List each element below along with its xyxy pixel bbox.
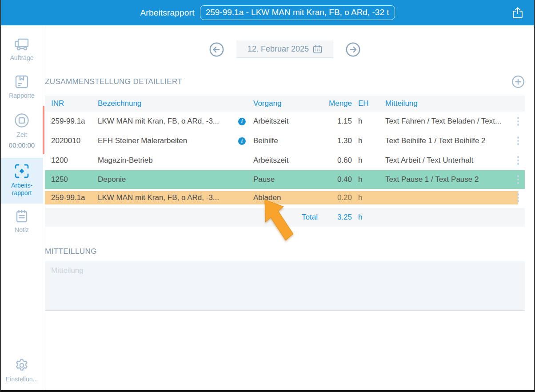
table-row[interactable]: 2020010 EFH Steiner Malerarbeiten i Beih… bbox=[45, 131, 525, 151]
column-header-mitteilung: Mitteilung bbox=[371, 99, 511, 108]
vertical-dots-icon bbox=[517, 117, 519, 126]
row-eh: h bbox=[352, 193, 371, 202]
sidebar-item-rapporte[interactable]: Rapporte bbox=[1, 70, 43, 104]
row-menu-button[interactable] bbox=[511, 136, 525, 145]
row-menu-button[interactable] bbox=[511, 117, 525, 126]
column-header-vorgang: Vorgang bbox=[250, 99, 323, 108]
sidebar-item-label: Zeit bbox=[16, 131, 27, 139]
row-mitteilung: Text Fahren / Text Beladen / Text... bbox=[371, 117, 511, 126]
app-frame: Arbeitsrapport 259-99.1a - LKW MAN mit K… bbox=[0, 0, 535, 392]
row-mitteilung: Text Pause 1 / Text Pause 2 bbox=[371, 175, 511, 184]
sidebar-item-label: Einstellun... bbox=[6, 376, 38, 384]
gear-icon bbox=[14, 358, 29, 373]
date-picker-field[interactable]: 12. Februar 2025 bbox=[236, 40, 333, 58]
share-button[interactable] bbox=[510, 5, 525, 20]
sidebar: Aufträge Rapporte Zeit 00:00:00 bbox=[1, 25, 43, 390]
row-menge: 0.20 bbox=[323, 193, 352, 202]
total-label: Total bbox=[250, 213, 323, 222]
column-header-inr: INR bbox=[45, 99, 92, 108]
row-menu-button[interactable] bbox=[511, 193, 525, 202]
timer-value: 00:00:00 bbox=[9, 141, 35, 149]
sidebar-item-notiz[interactable]: Notiz bbox=[1, 204, 43, 239]
table-row[interactable]: 259-99.1a LKW MAN mit Kran, FB, o ARd, -… bbox=[45, 112, 525, 131]
info-icon[interactable]: i bbox=[238, 118, 246, 125]
top-bar: Arbeitsrapport 259-99.1a - LKW MAN mit K… bbox=[1, 0, 534, 25]
date-navigation: 12. Februar 2025 bbox=[45, 40, 525, 58]
row-eh: h bbox=[352, 136, 371, 145]
sidebar-item-label: Arbeits-rapport bbox=[6, 182, 37, 197]
sidebar-item-label: Aufträge bbox=[10, 54, 34, 62]
vertical-dots-icon bbox=[517, 156, 519, 165]
order-selector-chip[interactable]: 259-99.1a - LKW MAN mit Kran, FB, o ARd,… bbox=[200, 5, 395, 20]
column-header-menge: Menge bbox=[323, 99, 352, 108]
row-vorgang: Pause bbox=[250, 175, 323, 184]
main-area: Aufträge Rapporte Zeit 00:00:00 bbox=[1, 25, 534, 390]
sidebar-item-label: Rapporte bbox=[9, 92, 35, 100]
share-export-icon bbox=[512, 7, 523, 19]
page-title: Arbeitsrapport bbox=[140, 8, 194, 18]
row-menge: 0.60 bbox=[323, 156, 352, 165]
row-inr: 2020010 bbox=[45, 136, 92, 145]
message-section-title: MITTEILLUNG bbox=[45, 247, 525, 256]
row-menge: 1.15 bbox=[323, 117, 352, 126]
calendar-icon bbox=[313, 44, 322, 54]
row-bezeichnung: Deponie bbox=[92, 175, 238, 184]
vertical-dots-icon bbox=[517, 136, 519, 145]
row-bezeichnung: EFH Steiner Malerarbeiten bbox=[92, 136, 238, 145]
next-day-button[interactable] bbox=[346, 42, 360, 57]
row-mitteilung: Text Arbeit / Text Unterhalt bbox=[371, 156, 511, 165]
row-menu-button[interactable] bbox=[511, 175, 525, 184]
row-mitteilung: Text Beihilfe 1 / Text Beihilfe 2 bbox=[371, 136, 511, 145]
content-area: 12. Februar 2025 bbox=[43, 25, 534, 390]
row-eh: h bbox=[352, 117, 371, 126]
total-unit: h bbox=[352, 213, 371, 222]
previous-day-button[interactable] bbox=[209, 42, 224, 57]
row-vorgang: Beihilfe bbox=[250, 136, 323, 145]
sidebar-item-label: Notiz bbox=[15, 226, 29, 234]
row-inr: 1250 bbox=[45, 175, 92, 184]
section-title: ZUSAMMENSTELLUNG DETAILLIERT bbox=[45, 77, 182, 86]
table-row[interactable]: 1250 Deponie i Pause 0.40 h Text Pause 1… bbox=[45, 170, 525, 189]
summary-section-header: ZUSAMMENSTELLUNG DETAILLIERT bbox=[45, 75, 525, 88]
row-bezeichnung: LKW MAN mit Kran, FB, o ARd, -3... bbox=[92, 193, 238, 202]
sidebar-item-arbeitsrapport[interactable]: Arbeits-rapport bbox=[1, 158, 43, 204]
info-icon[interactable]: i bbox=[238, 137, 246, 145]
table-header-row: INR Bezeichnung Vorgang Menge EH Mitteil… bbox=[45, 96, 525, 112]
row-inr: 259-99.1a bbox=[45, 117, 92, 126]
row-bezeichnung: LKW MAN mit Kran, FB, o ARd, -3... bbox=[92, 117, 238, 126]
row-vorgang: Arbeitszeit bbox=[250, 156, 323, 165]
timer-recording-indicator bbox=[43, 106, 44, 154]
arrow-left-circle-icon bbox=[209, 42, 224, 57]
total-value: 3.25 bbox=[323, 213, 352, 222]
total-row: Total 3.25 h bbox=[45, 208, 525, 227]
table-row[interactable]: 1200 Magazin-Betrieb i Arbeitszeit 0.60 … bbox=[45, 151, 525, 170]
table-body: 259-99.1a LKW MAN mit Kran, FB, o ARd, -… bbox=[45, 112, 525, 204]
sidebar-item-zeit[interactable]: Zeit 00:00:00 bbox=[1, 108, 43, 153]
date-label: 12. Februar 2025 bbox=[248, 44, 309, 54]
sidebar-item-einstellungen[interactable]: Einstellun... bbox=[1, 354, 43, 388]
column-header-eh: EH bbox=[352, 99, 371, 108]
row-menu-button[interactable] bbox=[511, 156, 525, 165]
column-header-bezeichnung: Bezeichnung bbox=[92, 99, 238, 108]
table-row[interactable]: 259-99.1a LKW MAN mit Kran, FB, o ARd, -… bbox=[45, 191, 525, 204]
report-box-icon bbox=[14, 74, 29, 89]
row-inr: 259-99.1a bbox=[45, 193, 92, 202]
summary-table: INR Bezeichnung Vorgang Menge EH Mitteil… bbox=[45, 96, 525, 227]
stop-circle-icon bbox=[14, 112, 30, 128]
row-vorgang: Abladen bbox=[250, 193, 323, 202]
vertical-dots-icon bbox=[517, 193, 519, 202]
row-inr: 1200 bbox=[45, 156, 92, 165]
row-menge: 1.30 bbox=[323, 136, 352, 145]
scan-focus-icon bbox=[14, 163, 30, 179]
row-bezeichnung: Magazin-Betrieb bbox=[92, 156, 238, 165]
row-menge: 0.40 bbox=[323, 175, 352, 184]
row-vorgang: Arbeitszeit bbox=[250, 117, 323, 126]
vertical-dots-icon bbox=[517, 175, 519, 184]
truck-icon bbox=[14, 37, 30, 52]
message-input[interactable] bbox=[45, 261, 525, 311]
plus-circle-icon bbox=[511, 75, 525, 88]
add-entry-button[interactable] bbox=[511, 75, 525, 88]
sidebar-item-auftraege[interactable]: Aufträge bbox=[1, 33, 43, 67]
row-eh: h bbox=[352, 175, 371, 184]
row-eh: h bbox=[352, 156, 371, 165]
